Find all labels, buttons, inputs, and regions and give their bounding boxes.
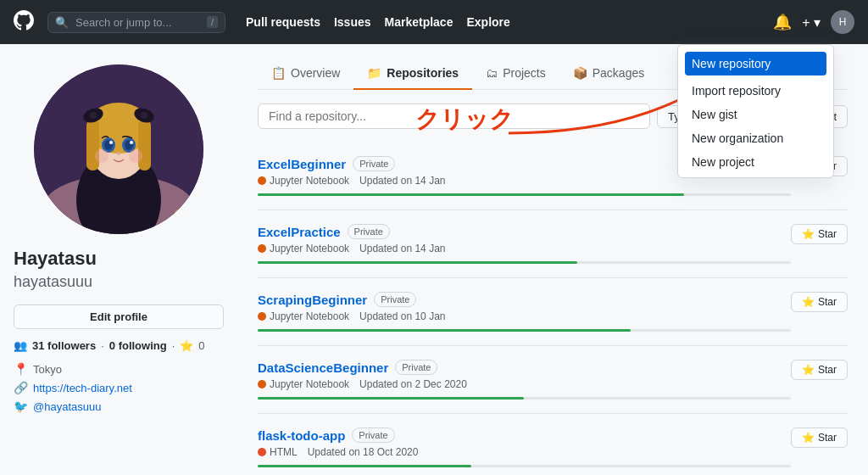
language-color-dot (258, 448, 266, 456)
website-link[interactable]: https://tech-diary.net (33, 382, 132, 394)
repo-info: ExcelPractice Private Jupyter Notebook U… (258, 224, 791, 264)
location-item: 📍 Tokyo (14, 362, 224, 376)
navbar-explore[interactable]: Explore (466, 15, 509, 29)
repo-updated: Updated on 10 Jan (359, 310, 445, 322)
twitter-link[interactable]: @hayatasuuu (33, 400, 101, 413)
link-icon: 🔗 (14, 381, 28, 394)
language-color-dot (258, 176, 266, 185)
repo-language: HTML (258, 446, 298, 458)
tab-overview[interactable]: 📋 Overview (258, 58, 353, 90)
repo-name-link[interactable]: flask-todo-app (258, 428, 345, 443)
repo-progress-bar (258, 397, 524, 400)
svg-rect-9 (86, 120, 99, 170)
repo-name-link[interactable]: ExcelBeginner (258, 157, 346, 171)
repo-name-row: flask-todo-app Private (258, 428, 791, 443)
stars-count: 0 (198, 339, 204, 352)
tab-packages[interactable]: 📦 Packages (559, 58, 658, 90)
repo-info: flask-todo-app Private HTML Updated on 1… (258, 428, 791, 467)
language-name: HTML (270, 446, 298, 458)
people-icon: 👥 (14, 339, 27, 352)
tab-repositories[interactable]: 📁 Repositories (353, 58, 472, 90)
repo-list-item: ExcelPractice Private Jupyter Notebook U… (258, 210, 848, 278)
dropdown-new-gist[interactable]: New gist (678, 103, 833, 126)
following-link[interactable]: 0 following (109, 339, 167, 352)
star-icon: ⭐ (802, 228, 815, 240)
dropdown-import-repository[interactable]: Import repository (678, 79, 833, 103)
repo-private-badge: Private (374, 292, 416, 307)
repo-name-link[interactable]: DataScienceBeginner (258, 360, 388, 375)
location-icon: 📍 (14, 362, 28, 376)
github-logo-icon[interactable] (14, 10, 34, 35)
dropdown-new-repository[interactable]: New repository (685, 52, 826, 75)
language-color-dot (258, 380, 266, 388)
followers-row: 👥 31 followers · 0 following · ⭐ 0 (14, 339, 224, 352)
repo-progress-bar-container (258, 465, 791, 467)
star-label: Star (818, 364, 837, 376)
repos-icon: 📁 (367, 66, 381, 80)
star-label: Star (818, 296, 837, 308)
tab-projects[interactable]: 🗂 Projects (472, 58, 559, 90)
navbar-marketplace[interactable]: Marketplace (385, 15, 453, 29)
repo-language: Jupyter Notebook (258, 378, 349, 390)
repo-language: Jupyter Notebook (258, 175, 349, 187)
projects-icon: 🗂 (486, 66, 498, 80)
repo-private-badge: Private (395, 360, 437, 375)
repo-progress-bar-container (258, 397, 791, 400)
repo-info: DataScienceBeginner Private Jupyter Note… (258, 360, 791, 400)
profile-display-name: Hayatasu (14, 248, 224, 270)
repo-private-badge: Private (353, 156, 395, 171)
language-name: Jupyter Notebook (270, 310, 349, 322)
repo-list-item: flask-todo-app Private HTML Updated on 1… (258, 414, 848, 475)
star-repo-button[interactable]: ⭐ Star (791, 428, 848, 448)
dropdown-new-organization[interactable]: New organization (678, 126, 833, 150)
star-icon: ⭐ (802, 296, 815, 308)
repo-language: Jupyter Notebook (258, 310, 349, 322)
repo-name-link[interactable]: ScrapingBeginner (258, 293, 367, 307)
profile-sidebar: 😊 Hayatasu hayatasuuu Edit profile 👥 31 … (0, 44, 237, 475)
repo-search-input[interactable] (258, 103, 650, 129)
repo-meta: Jupyter Notebook Updated on 2 Dec 2020 (258, 378, 791, 390)
star-repo-button[interactable]: ⭐ Star (791, 292, 848, 312)
svg-point-13 (90, 112, 97, 119)
repo-progress-bar (258, 193, 684, 196)
repo-progress-bar (258, 465, 471, 467)
repo-list-item: DataScienceBeginner Private Jupyter Note… (258, 346, 848, 414)
navbar-links: Pull requests Issues Marketplace Explore (246, 15, 510, 29)
avatar-emoji: 😊 (172, 207, 193, 227)
global-search[interactable]: 🔍 Search or jump to... / (47, 12, 225, 33)
website-item: 🔗 https://tech-diary.net (14, 381, 224, 394)
search-placeholder-text: Search or jump to... (75, 16, 171, 29)
language-name: Jupyter Notebook (270, 175, 349, 187)
notifications-icon[interactable]: 🔔 (773, 13, 792, 31)
repo-meta: Jupyter Notebook Updated on 10 Jan (258, 310, 791, 322)
language-name: Jupyter Notebook (270, 378, 349, 390)
edit-profile-button[interactable]: Edit profile (14, 305, 224, 329)
navbar-right: 🔔 + ▾ H (773, 10, 854, 34)
repository-list: ExcelBeginner Private Jupyter Notebook U… (258, 142, 848, 475)
navbar: 🔍 Search or jump to... / Pull requests I… (0, 0, 868, 44)
star-repo-button[interactable]: ⭐ Star (791, 360, 848, 380)
repo-progress-bar-container (258, 193, 791, 196)
repo-updated: Updated on 2 Dec 2020 (359, 378, 467, 390)
navbar-pull-requests[interactable]: Pull requests (246, 15, 320, 29)
profile-meta-list: 📍 Tokyo 🔗 https://tech-diary.net 🐦 @haya… (14, 362, 224, 413)
followers-link[interactable]: 31 followers (32, 339, 96, 352)
dropdown-new-project[interactable]: New project (678, 150, 833, 174)
repo-name-link[interactable]: ExcelPractice (258, 225, 341, 239)
repo-updated: Updated on 18 Oct 2020 (308, 446, 419, 458)
language-name: Jupyter Notebook (270, 243, 349, 254)
language-color-dot (258, 244, 266, 253)
repo-private-badge: Private (352, 428, 394, 443)
star-icon: ⭐ (180, 339, 193, 352)
repo-name-row: ScrapingBeginner Private (258, 292, 791, 307)
user-avatar-button[interactable]: H (831, 10, 854, 34)
repo-private-badge: Private (348, 224, 390, 239)
svg-point-14 (141, 112, 147, 119)
repo-updated: Updated on 14 Jan (359, 243, 445, 254)
language-color-dot (258, 312, 266, 321)
star-repo-button[interactable]: ⭐ Star (791, 224, 848, 244)
svg-point-19 (109, 141, 113, 144)
repo-progress-bar (258, 329, 631, 332)
new-item-button[interactable]: + ▾ (802, 14, 821, 31)
navbar-issues[interactable]: Issues (334, 15, 371, 29)
